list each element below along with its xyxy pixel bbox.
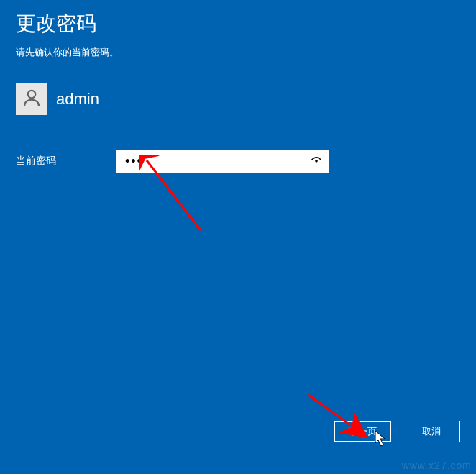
user-icon [21,87,42,111]
avatar [16,83,47,115]
subtitle: 请先确认你的当前密码。 [0,37,476,59]
current-password-input[interactable] [116,150,329,173]
next-button[interactable]: 下一页 [334,421,391,442]
reveal-password-button[interactable] [303,150,329,173]
username: admin [56,90,99,109]
password-field-row: 当前密码 [16,150,476,173]
page-title: 更改密码 [0,0,476,37]
password-input-wrap [116,150,329,173]
svg-point-0 [28,91,36,99]
svg-point-1 [315,160,318,163]
password-label: 当前密码 [16,155,116,168]
user-row: admin [16,83,476,115]
button-row: 下一页 取消 [334,421,460,442]
eye-icon [309,153,324,170]
cancel-button[interactable]: 取消 [403,421,460,442]
watermark: www.x27.com [402,460,472,471]
